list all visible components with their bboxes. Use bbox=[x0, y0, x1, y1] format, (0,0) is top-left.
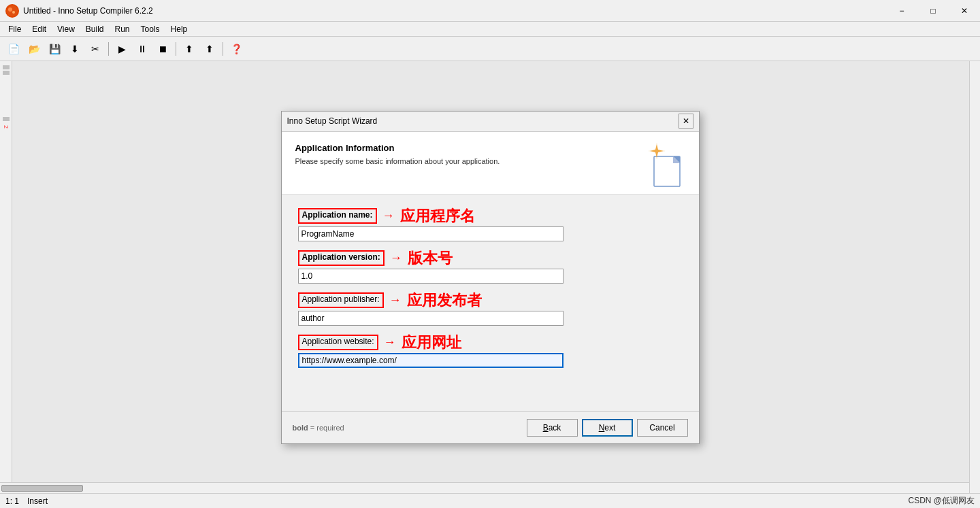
back-button[interactable]: Back bbox=[527, 419, 578, 437]
toolbar-separator-2 bbox=[176, 42, 176, 56]
svg-point-2 bbox=[12, 11, 15, 14]
arrow-app-name: → bbox=[382, 209, 395, 223]
app-name-input[interactable] bbox=[298, 226, 564, 241]
app-version-input[interactable] bbox=[298, 269, 564, 284]
footer-hint: bold = required bbox=[293, 424, 344, 432]
statusbar-right: CSDN @低调网友 bbox=[908, 495, 975, 507]
toolbar-upload[interactable]: ⬆ bbox=[180, 39, 199, 58]
right-sidebar bbox=[969, 61, 980, 493]
dialog-footer: bold = required Back Next Cancel bbox=[282, 411, 699, 443]
close-button[interactable]: ✕ bbox=[949, 0, 980, 22]
back-label: Back bbox=[543, 423, 561, 433]
toolbar-stop[interactable]: ⏹ bbox=[153, 39, 172, 58]
chinese-app-publisher: 应用发布者 bbox=[407, 290, 482, 311]
toolbar-open[interactable]: 📂 bbox=[24, 39, 44, 58]
dialog-banner: Application Information Please specify s… bbox=[282, 132, 699, 195]
toolbar-new[interactable]: 📄 bbox=[4, 39, 23, 58]
menu-view[interactable]: View bbox=[52, 23, 80, 35]
cancel-button[interactable]: Cancel bbox=[637, 419, 688, 437]
app-logo bbox=[5, 4, 19, 18]
app-publisher-input[interactable] bbox=[298, 311, 564, 326]
annotation-app-website: Application website: → 应用网址 bbox=[298, 333, 683, 353]
menubar: File Edit View Build Run Tools Help bbox=[0, 22, 980, 37]
toolbar-upload2[interactable]: ⬆ bbox=[200, 39, 219, 58]
wizard-dialog: Inno Setup Script Wizard ✕ Application I… bbox=[281, 111, 700, 444]
sidebar-marker-4: 2 bbox=[3, 125, 10, 129]
window-controls: − □ ✕ bbox=[886, 0, 980, 22]
toolbar-separator-3 bbox=[223, 42, 223, 56]
field-app-website: Application website: → 应用网址 bbox=[298, 333, 683, 368]
menu-help[interactable]: Help bbox=[165, 23, 193, 35]
banner-heading: Application Information bbox=[295, 143, 500, 153]
insert-mode: Insert bbox=[27, 496, 48, 506]
footer-hint-text: = required bbox=[310, 424, 344, 432]
sidebar-marker-3 bbox=[3, 117, 10, 121]
chinese-app-name: 应用程序名 bbox=[400, 206, 475, 226]
toolbar-help[interactable]: ❓ bbox=[227, 39, 246, 58]
wizard-icon-svg bbox=[644, 143, 685, 187]
toolbar-run[interactable]: ▶ bbox=[112, 39, 131, 58]
annotation-app-version: Application version: → 版本号 bbox=[298, 248, 683, 269]
cursor-position: 1: 1 bbox=[5, 496, 19, 506]
minimize-button[interactable]: − bbox=[886, 0, 917, 22]
arrow-app-version: → bbox=[390, 251, 402, 265]
next-label: Next bbox=[599, 423, 616, 433]
toolbar-pause[interactable]: ⏸ bbox=[133, 39, 152, 58]
menu-tools[interactable]: Tools bbox=[135, 23, 165, 35]
banner-text: Application Information Please specify s… bbox=[295, 143, 500, 165]
main-area: 2 Inno Setup Script Wizard ✕ Application… bbox=[0, 61, 980, 493]
svg-point-1 bbox=[8, 7, 12, 12]
footer-hint-bold: bold bbox=[293, 424, 308, 432]
hscroll-thumb[interactable] bbox=[1, 485, 83, 492]
statusbar-left: 1: 1 Insert bbox=[5, 496, 48, 506]
toolbar-download[interactable]: ⬇ bbox=[65, 39, 84, 58]
left-sidebar: 2 bbox=[0, 61, 12, 493]
annotation-app-publisher: Application publisher: → 应用发布者 bbox=[298, 290, 683, 311]
next-button[interactable]: Next bbox=[582, 419, 633, 437]
arrow-app-publisher: → bbox=[389, 293, 402, 307]
menu-file[interactable]: File bbox=[3, 23, 27, 35]
dialog-titlebar: Inno Setup Script Wizard ✕ bbox=[282, 112, 699, 132]
chinese-app-website: 应用网址 bbox=[402, 333, 461, 353]
cancel-label: Cancel bbox=[649, 423, 674, 433]
field-app-version: Application version: → 版本号 bbox=[298, 248, 683, 284]
titlebar: Untitled - Inno Setup Compiler 6.2.2 − □… bbox=[0, 0, 980, 22]
dialog-close-button[interactable]: ✕ bbox=[679, 114, 693, 129]
banner-icon bbox=[644, 143, 685, 184]
dialog-form: Application name: → 应用程序名 Application ve… bbox=[282, 195, 699, 411]
app-website-input[interactable] bbox=[298, 353, 564, 368]
banner-description: Please specify some basic information ab… bbox=[295, 157, 500, 165]
annotation-app-name: Application name: → 应用程序名 bbox=[298, 206, 683, 226]
menu-run[interactable]: Run bbox=[110, 23, 135, 35]
sidebar-marker-1 bbox=[3, 65, 10, 69]
dialog-content: Application Information Please specify s… bbox=[282, 132, 699, 411]
app-website-label: Application website: bbox=[298, 335, 378, 350]
app-publisher-label: Application publisher: bbox=[298, 292, 384, 308]
field-app-publisher: Application publisher: → 应用发布者 bbox=[298, 290, 683, 326]
menu-edit[interactable]: Edit bbox=[27, 23, 52, 35]
menu-build[interactable]: Build bbox=[80, 23, 110, 35]
app-version-label: Application version: bbox=[298, 250, 385, 266]
window-title: Untitled - Inno Setup Compiler 6.2.2 bbox=[23, 6, 153, 16]
hscrollbar[interactable] bbox=[0, 482, 969, 493]
footer-buttons: Back Next Cancel bbox=[527, 419, 688, 437]
sidebar-marker-2 bbox=[3, 71, 10, 75]
app-name-label: Application name: bbox=[298, 208, 377, 224]
toolbar-save[interactable]: 💾 bbox=[45, 39, 64, 58]
maximize-button[interactable]: □ bbox=[917, 0, 949, 22]
toolbar: 📄 📂 💾 ⬇ ✂ ▶ ⏸ ⏹ ⬆ ⬆ ❓ bbox=[0, 37, 980, 61]
statusbar: 1: 1 Insert CSDN @低调网友 bbox=[0, 493, 980, 508]
toolbar-separator-1 bbox=[108, 42, 109, 56]
toolbar-cut[interactable]: ✂ bbox=[86, 39, 105, 58]
dialog-title: Inno Setup Script Wizard bbox=[287, 116, 378, 126]
arrow-app-website: → bbox=[384, 335, 396, 350]
field-app-name: Application name: → 应用程序名 bbox=[298, 206, 683, 241]
svg-point-0 bbox=[7, 5, 18, 16]
chinese-app-version: 版本号 bbox=[408, 248, 453, 269]
